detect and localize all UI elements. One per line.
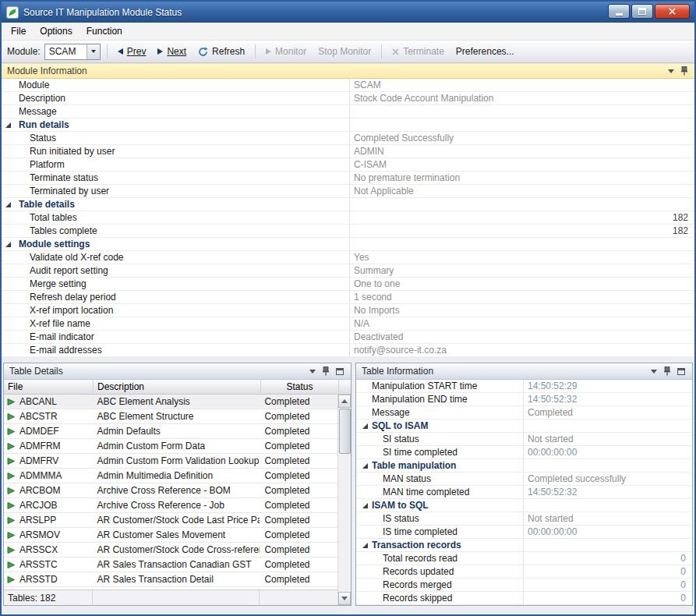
scroll-down-button[interactable] [338,592,351,605]
property-row[interactable]: E-mail indicatorDeactivated [2,331,694,344]
maximize-panel-icon[interactable] [677,368,685,375]
property-row[interactable]: PlatformC-ISAM [2,158,694,172]
property-row[interactable]: E-mail addressesnotify@source-it.co.za [2,344,694,357]
pin-icon[interactable] [681,66,687,76]
property-row[interactable]: SI statusNot started [356,433,692,446]
table-row[interactable]: ADMFRMAdmin Custom Form DataCompleted [4,439,337,454]
refresh-button[interactable]: Refresh [194,44,249,58]
maximize-panel-icon[interactable] [336,368,344,375]
group-row[interactable]: Table manipulation [356,459,692,473]
table-row[interactable]: ARSMOVAR Customer Sales MovementComplete… [4,528,337,543]
group-row[interactable]: SQL to ISAM [356,420,692,433]
table-row[interactable]: ARSSTDAR Sales Transaction DetailComplet… [4,572,337,587]
next-arrow-icon [157,48,163,55]
group-row[interactable]: Table details [2,198,694,211]
column-header-status[interactable]: Status [261,380,339,394]
property-row[interactable]: X-ref file nameN/A [2,317,694,331]
table-row[interactable]: ARSSTCAR Sales Transaction Canadian GSTC… [4,558,337,572]
title-bar[interactable]: Source IT Manipulation Module Status [2,2,694,23]
expander-icon[interactable] [362,543,368,548]
property-row[interactable]: Total tables182 [2,211,694,225]
property-row[interactable]: Terminated by userNot Applicable [2,185,694,198]
terminate-button[interactable]: Terminate [388,44,448,58]
table-row[interactable]: ABCANLABC Element AnalysisCompleted [4,395,337,409]
group-row[interactable]: Module settings [2,238,694,251]
expander-icon[interactable] [362,463,368,469]
table-row[interactable]: ADMDEFAdmin DefaultsCompleted [4,424,337,439]
property-row[interactable]: Manipulation START time14:50:52:29 [356,380,692,393]
collapse-chevron-icon[interactable] [309,370,316,373]
property-row[interactable]: Message [2,105,694,119]
preferences-button[interactable]: Preferences... [452,44,518,58]
column-header-description[interactable]: Description [94,380,261,394]
expander-icon[interactable] [5,242,11,247]
menu-function[interactable]: Function [79,23,129,40]
table-row[interactable]: ADMMMAAdmin Multimedia DefinitionComplet… [4,469,337,483]
module-combobox[interactable]: SCAM [44,44,101,60]
property-row[interactable]: Audit report settingSummary [2,264,694,278]
property-row[interactable]: IS time completed00:00:00:00 [356,526,692,539]
combobox-dropdown-button[interactable] [87,44,100,59]
menu-options[interactable]: Options [33,23,79,40]
expander-icon[interactable] [362,423,368,429]
expander-icon[interactable] [5,122,11,128]
property-label: X-ref file name [2,317,350,330]
table-details-header[interactable]: Table Details [4,363,351,380]
property-row[interactable]: Records merged0 [356,579,692,592]
stop-monitor-button[interactable]: Stop Monitor [314,44,375,58]
property-row[interactable]: Records updated0 [356,565,692,579]
property-row[interactable]: Run initiated by userADMIN [2,145,694,158]
close-button[interactable] [655,4,690,19]
property-row[interactable]: SI time completed00:00:00:00 [356,446,692,459]
group-row[interactable]: Run details [2,119,694,132]
toolbar-separator [107,44,108,58]
expander-icon[interactable] [5,202,11,207]
prev-button[interactable]: Prev [114,44,150,58]
property-row[interactable]: Merge settingOne to one [2,278,694,291]
module-information-header[interactable]: Module Information [2,63,694,79]
pin-icon[interactable] [664,366,670,376]
property-label: ISAM to SQL [356,499,524,512]
vertical-scrollbar[interactable] [337,395,351,605]
menu-file[interactable]: File [4,23,33,40]
table-row[interactable]: ARCBOMArchive Cross Reference - BOMCompl… [4,483,337,498]
property-row[interactable]: Tables complete182 [2,225,694,238]
table-information-header[interactable]: Table Information [356,363,692,380]
scroll-thumb[interactable] [339,409,351,454]
expander-icon[interactable] [362,503,368,508]
scroll-up-button[interactable] [338,395,351,408]
property-row[interactable]: IS statusNot started [356,512,692,526]
property-row[interactable]: ModuleSCAM [2,79,694,92]
minimize-button[interactable] [608,4,630,19]
property-row[interactable]: Total records read0 [356,552,692,565]
group-row[interactable]: ISAM to SQL [356,499,692,512]
maximize-button[interactable] [631,4,653,19]
cell-file: ADMFRM [19,441,94,451]
column-header-file[interactable]: File [4,380,94,394]
pin-icon[interactable] [323,366,329,376]
monitor-button[interactable]: Monitor [262,44,310,58]
table-row[interactable]: ARCJOBArchive Cross Reference - JobCompl… [4,498,337,513]
property-row[interactable]: MAN time completed14:50:52:32 [356,486,692,499]
table-row[interactable]: ADMFRVAdmin Custom Form Validation Looku… [4,454,337,469]
property-value [350,238,694,250]
property-row[interactable]: Manipulation END time14:50:52:32 [356,393,692,406]
property-row[interactable]: DescriptionStock Code Account Manipulati… [2,92,694,105]
next-button[interactable]: Next [154,44,190,58]
property-row[interactable]: Validate old X-ref codeYes [2,251,694,264]
property-row[interactable]: StatusCompleted Successfully [2,132,694,145]
property-row[interactable]: X-ref import locationNo Imports [2,304,694,317]
row-arrow-icon [4,561,19,569]
table-row[interactable]: ABCSTRABC Element StructureCompleted [4,409,337,424]
group-row[interactable]: Transaction records [356,539,692,552]
table-row[interactable]: ARSLPPAR Customer/Stock Code Last Price … [4,513,337,528]
property-row[interactable]: Refresh delay period1 second [2,291,694,304]
property-row[interactable]: Terminate statusNo premature termination [2,172,694,185]
table-row[interactable]: ARSSCXAR Customer/Stock Code Cross-refer… [4,543,337,558]
row-arrow-icon [4,442,19,451]
property-row[interactable]: MessageCompleted [356,406,692,420]
property-row[interactable]: MAN statusCompleted successfully [356,473,692,486]
property-row[interactable]: Records skipped0 [356,592,692,605]
collapse-chevron-icon[interactable] [651,370,657,373]
collapse-chevron-icon[interactable] [668,69,674,73]
